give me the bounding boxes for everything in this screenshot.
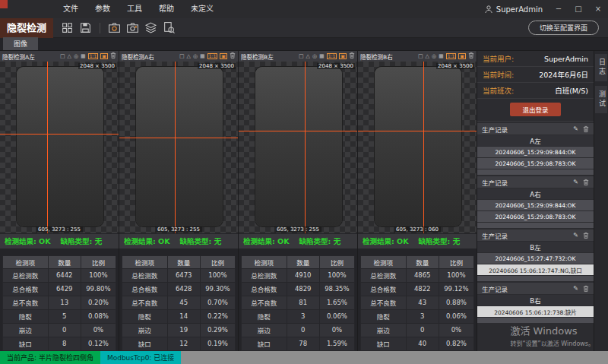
- stats-row: 隐裂50.08%: [3, 309, 116, 323]
- menu-item-undefined[interactable]: 未定义: [182, 0, 222, 18]
- record-item[interactable]: 20240606_15:29:08:783:OK: [477, 158, 594, 169]
- stats-cell: 缺口: [122, 337, 168, 350]
- delete-icon[interactable]: [349, 52, 355, 61]
- edit-icon[interactable]: ✎: [573, 179, 578, 185]
- stats-cell: 43: [406, 296, 439, 309]
- roi-icon[interactable]: □: [418, 54, 423, 59]
- scale-1-1-icon[interactable]: 1:1: [327, 53, 337, 59]
- tab-image[interactable]: 图像: [3, 37, 38, 50]
- current-user-label: 当前用户:: [483, 53, 514, 64]
- current-user-chip[interactable]: SuperAdmin: [496, 5, 543, 14]
- tab-log[interactable]: 日志: [595, 54, 607, 81]
- record-item[interactable]: 20240606_15:29:08:783:OK: [477, 211, 594, 222]
- stats-row: 缺口400.82%: [361, 337, 474, 350]
- fit-icon[interactable]: ▣: [220, 53, 227, 59]
- stats-cell: 0%: [319, 323, 354, 337]
- stats-row: 缺口80.12%: [3, 337, 116, 350]
- eye-icon[interactable]: ◎: [312, 54, 317, 59]
- menu-item-tools[interactable]: 工具: [119, 0, 150, 18]
- shape-icon[interactable]: △: [426, 54, 429, 59]
- stats-cell: 崩边: [242, 323, 287, 337]
- roi-icon[interactable]: □: [60, 54, 65, 59]
- delete-icon[interactable]: [110, 52, 116, 61]
- delete-icon[interactable]: [230, 52, 236, 61]
- eye-icon[interactable]: ◎: [193, 54, 198, 59]
- edit-icon[interactable]: ✎: [573, 232, 578, 239]
- shape-icon[interactable]: △: [68, 54, 71, 59]
- eye-icon[interactable]: ◎: [432, 54, 436, 59]
- camera-image-viewport[interactable]: 2048 × 3500605, 3273 : 255: [0, 62, 119, 233]
- camera-live-icon[interactable]: [126, 21, 139, 34]
- stats-cell: 99.80%: [81, 282, 116, 296]
- stats-cell: 缺口: [3, 337, 49, 350]
- camera-capture-icon[interactable]: [108, 21, 121, 34]
- grid-icon[interactable]: ▦: [200, 54, 205, 59]
- fit-icon[interactable]: ▣: [100, 53, 108, 59]
- shape-icon[interactable]: △: [306, 54, 310, 59]
- find-image-icon[interactable]: [163, 21, 176, 34]
- record-item[interactable]: 20240606 15:06:12:738:缺片: [477, 306, 594, 317]
- record-item[interactable]: 20240606_15:27:47:732:OK: [477, 253, 594, 264]
- delete-icon[interactable]: [468, 52, 474, 61]
- record-section-icons: ✎: [573, 228, 589, 242]
- stats-cell: 隐裂: [361, 309, 407, 323]
- menu-item-params[interactable]: 参数: [87, 0, 119, 18]
- stats-cell: 隐裂: [242, 309, 287, 323]
- camera-image-viewport[interactable]: 2048 × 3500605, 3273 : 255: [119, 62, 238, 233]
- scale-1-1-icon[interactable]: 1:1: [446, 53, 457, 59]
- stats-table: 检测项数量比例总检测数4865100%总合格数482299.12%总不良数430…: [360, 255, 474, 351]
- delete-icon[interactable]: [583, 281, 589, 296]
- tab-test[interactable]: 测试: [595, 86, 607, 113]
- delete-icon[interactable]: [583, 175, 589, 189]
- grid-icon[interactable]: ▦: [439, 54, 444, 59]
- stats-cell: 1.59%: [319, 337, 354, 350]
- image-resolution: 2048 × 3500: [198, 63, 236, 69]
- fit-icon[interactable]: ▣: [339, 53, 347, 59]
- delete-icon[interactable]: [583, 122, 589, 136]
- roi-icon[interactable]: □: [179, 54, 185, 59]
- grid-icon[interactable]: ▦: [319, 54, 325, 59]
- pixel-info: 605, 3273 : 255: [36, 226, 83, 233]
- stats-header-cell: 检测项: [242, 255, 287, 268]
- record-item[interactable]: 20240606 15:06:12:747:NG,缺口: [477, 264, 594, 275]
- solar-cell-image: [255, 67, 342, 226]
- record-group-name[interactable]: B右: [477, 295, 594, 305]
- edit-icon[interactable]: ✎: [573, 125, 578, 132]
- grid-icon[interactable]: ▦: [81, 54, 86, 59]
- switch-to-config-button[interactable]: 切换至配置界面: [528, 21, 599, 35]
- fit-icon[interactable]: ▣: [458, 53, 466, 59]
- record-item[interactable]: 20240606_15:29:09:844:OK: [477, 200, 594, 210]
- menu-item-file[interactable]: 文件: [55, 0, 87, 18]
- delete-icon[interactable]: [583, 228, 589, 242]
- minimize-button[interactable]: −: [549, 0, 568, 18]
- layout-grid-icon[interactable]: [61, 21, 74, 34]
- layers-icon[interactable]: [144, 21, 157, 34]
- eye-icon[interactable]: ◎: [74, 54, 78, 59]
- camera-title: 隐裂检测A左: [2, 52, 35, 61]
- defect-text: 缺陷类型: 无: [61, 236, 103, 246]
- stats-row: 崩边00%: [361, 323, 474, 337]
- logout-button[interactable]: 退出登录: [510, 103, 560, 116]
- scale-1-1-icon[interactable]: 1:1: [88, 53, 99, 59]
- scale-1-1-icon[interactable]: 1:1: [207, 53, 218, 59]
- camera-image-viewport[interactable]: 2048 × 3500605, 3273 : 255: [239, 62, 357, 233]
- save-icon[interactable]: [79, 21, 92, 34]
- close-button[interactable]: ×: [588, 0, 608, 18]
- stats-header-cell: 检测项: [122, 255, 168, 268]
- roi-icon[interactable]: □: [299, 54, 304, 59]
- stats-cell: 100%: [200, 268, 235, 282]
- result-bar: 检测结果: OK缺陷类型: 无: [239, 234, 357, 248]
- maximize-button[interactable]: □: [568, 0, 588, 18]
- shape-icon[interactable]: △: [187, 54, 191, 59]
- stats-row: 总不良数450.70%: [122, 296, 236, 309]
- record-item[interactable]: 20240606_15:29:09:844:OK: [477, 147, 594, 157]
- record-group-name[interactable]: A左: [477, 135, 594, 146]
- camera-panel: 隐裂检测B左□△◎▦1:1▣2048 × 3500605, 3273 : 255…: [239, 51, 358, 351]
- menu-item-help[interactable]: 帮助: [150, 0, 182, 18]
- record-group-name[interactable]: A右: [477, 188, 594, 199]
- record-group-name[interactable]: B左: [477, 242, 594, 252]
- camera-image-viewport[interactable]: 2048 × 3500605, 3273 : 060: [358, 62, 477, 233]
- result-text: 检测结果: OK: [124, 236, 170, 246]
- stats-cell: 崩边: [122, 323, 168, 337]
- edit-icon[interactable]: ✎: [573, 285, 578, 292]
